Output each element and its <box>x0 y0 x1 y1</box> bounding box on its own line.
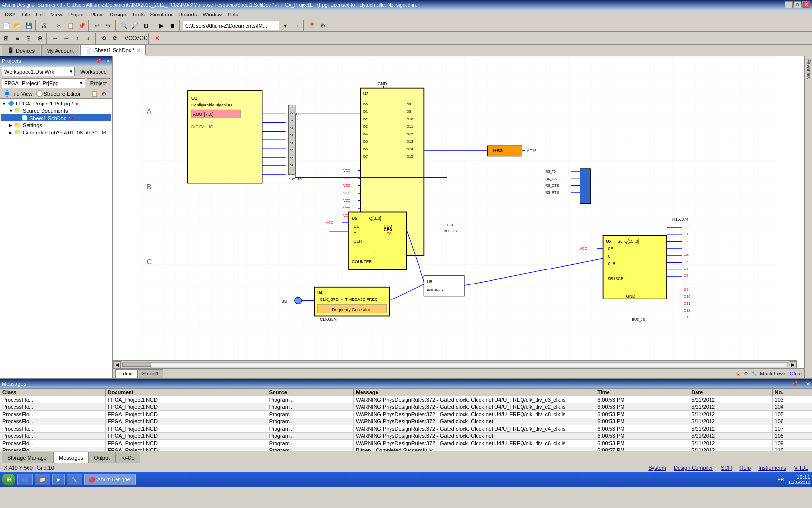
close-button[interactable]: ✕ <box>802 1 810 8</box>
tb2-b9[interactable]: ⟲ <box>99 33 109 44</box>
menu-tools[interactable]: Tools <box>129 11 147 18</box>
table-row[interactable]: ProcessFlo... FPGA_Project1.NCD Program.… <box>0 433 812 440</box>
tb2-b10[interactable]: ⟳ <box>110 33 120 44</box>
btab-output[interactable]: Output <box>88 452 115 463</box>
table-row[interactable]: ProcessFlo... FPGA_Project1.NCD Program.… <box>0 440 812 447</box>
tb-paste[interactable]: 📌 <box>76 20 87 31</box>
status-help[interactable]: Help <box>740 465 751 471</box>
minimize-button[interactable]: ─ <box>785 1 793 8</box>
menu-simulator[interactable]: Simulator <box>147 11 175 18</box>
h-scrollbar-thumb[interactable] <box>122 363 151 367</box>
taskbar-app1[interactable]: 🔧 <box>67 474 82 485</box>
tb2-b12[interactable]: VCC <box>136 33 147 44</box>
messages-close[interactable]: ✕ <box>806 381 810 387</box>
tb2-b8[interactable]: ↓ <box>83 33 94 44</box>
table-row[interactable]: ProcessFlo... FPGA_Project1.NCD Program.… <box>0 447 812 451</box>
menu-reports[interactable]: Reports <box>175 11 200 18</box>
tb-zoom-in[interactable]: 🔍 <box>118 20 129 31</box>
tb2-b2[interactable]: ≡ <box>12 33 23 44</box>
menu-place[interactable]: Place <box>87 11 107 18</box>
taskbar-media[interactable]: ▶ <box>52 474 65 485</box>
table-row[interactable]: ProcessFlo... FPGA_Project1.NCD Program.… <box>0 403 812 411</box>
btab-messages[interactable]: Messages <box>54 452 88 463</box>
structure-editor-radio[interactable] <box>36 90 43 97</box>
tb-print[interactable]: 🖨 <box>39 20 49 31</box>
project-button[interactable]: Project <box>87 78 110 88</box>
tb2-b4[interactable]: ⊕ <box>34 33 45 44</box>
tb2-cross[interactable]: ✕ <box>152 33 162 44</box>
table-row[interactable]: ProcessFlo... FPGA_Project1.NCD Program.… <box>0 396 812 403</box>
workspace-dropdown[interactable]: Workspace1.DsnWrk ▾ <box>2 67 75 76</box>
table-row[interactable]: ProcessFlo... FPGA_Project1.NCD Program.… <box>0 411 812 418</box>
tb2-b3[interactable]: ⊟ <box>23 33 34 44</box>
tb-new[interactable]: 📄 <box>1 20 12 31</box>
tb2-b5[interactable]: ← <box>50 33 60 44</box>
btab-todo[interactable]: To-Do <box>115 452 140 463</box>
view-btn2[interactable]: ⚙ <box>100 90 108 98</box>
panel-minimize[interactable]: ─ <box>102 59 105 64</box>
tb-open[interactable]: 📂 <box>12 20 23 31</box>
tb-copy[interactable]: 📋 <box>65 20 76 31</box>
favorites-label[interactable]: Favorites <box>806 59 811 79</box>
messages-minimize[interactable]: ─ <box>800 381 804 387</box>
taskbar-explorer[interactable]: 📁 <box>35 474 50 485</box>
tb-go[interactable]: → <box>291 20 302 31</box>
menu-view[interactable]: View <box>48 11 65 18</box>
tb-zoom-out[interactable]: 🔎 <box>130 20 140 31</box>
status-sch[interactable]: SCH <box>721 465 732 471</box>
tb-run[interactable]: ▶ <box>156 20 167 31</box>
table-row[interactable]: ProcessFlo... FPGA_Project1.NCD Program.… <box>0 425 812 433</box>
tree-source-docs[interactable]: ▼ 📁 Source Documents <box>1 107 111 114</box>
schematic-canvas[interactable]: A B C U1 Configurable Digital IO AOUT[7.… <box>113 56 804 368</box>
menu-window[interactable]: Window <box>200 11 225 18</box>
file-view-radio[interactable] <box>4 90 10 97</box>
editor-tab-editor[interactable]: Editor <box>115 369 138 378</box>
tb-save[interactable]: 💾 <box>23 20 34 31</box>
menu-help[interactable]: Help <box>225 11 242 18</box>
btab-storage[interactable]: Storage Manager <box>2 452 54 463</box>
tree-generated[interactable]: ▶ 📁 Generated [nb2dsk01_08_db30_06 <box>1 129 111 136</box>
tab-sheet1-close[interactable]: ✕ <box>137 48 141 53</box>
status-vhdl[interactable]: VHDL <box>794 465 808 471</box>
table-row[interactable]: ProcessFlo... FPGA_Project1.NCD Program.… <box>0 418 812 425</box>
panel-close[interactable]: ✕ <box>106 59 110 64</box>
tb2-b11[interactable]: VCC <box>125 33 136 44</box>
editor-tab-sheet1[interactable]: Sheet1 <box>138 369 163 378</box>
tb2-b6[interactable]: → <box>61 33 72 44</box>
menu-project[interactable]: Project <box>65 11 87 18</box>
clear-button[interactable]: Clear <box>790 371 802 376</box>
menu-design[interactable]: Design <box>107 11 129 18</box>
tab-my-account[interactable]: My Account <box>41 45 79 56</box>
tree-settings[interactable]: ▶ 📁 Settings <box>1 121 111 129</box>
tb-zoom-fit[interactable]: ⊡ <box>141 20 151 31</box>
tb-cut[interactable]: ✂ <box>54 20 65 31</box>
tb2-b7[interactable]: ↑ <box>72 33 83 44</box>
menu-dxp[interactable]: DXP <box>2 11 19 18</box>
tb-redo[interactable]: ↪ <box>103 20 114 31</box>
status-system[interactable]: System <box>648 465 666 471</box>
menu-edit[interactable]: Edit <box>33 11 48 18</box>
tab-sheet1[interactable]: 📄 Sheet1.SchDoc * ✕ <box>80 45 146 56</box>
status-design-compiler[interactable]: Design Compiler <box>674 465 713 471</box>
project-dropdown[interactable]: FPGA_Project1.PrjFpg ▾ <box>2 78 85 88</box>
status-instruments[interactable]: Instruments <box>758 465 786 471</box>
tb2-b1[interactable]: ⊞ <box>1 33 12 44</box>
tb-pin[interactable]: 📍 <box>306 20 317 31</box>
tb-browse[interactable]: ▾ <box>280 20 290 31</box>
scroll-right[interactable]: ▶ <box>789 361 797 368</box>
workspace-button[interactable]: Workspace <box>77 67 110 76</box>
tree-root[interactable]: ▼ 🔷 FPGA_Project1.PrjFpg * ● <box>1 100 111 107</box>
maximize-button[interactable]: □ <box>794 1 801 8</box>
messages-pin[interactable]: 📌 <box>791 381 798 387</box>
panel-pin[interactable]: 📌 <box>95 59 101 64</box>
tab-devices[interactable]: 📱 Devices <box>2 45 40 56</box>
taskbar-ie[interactable]: 🌐 <box>17 474 33 485</box>
menu-file[interactable]: File <box>19 11 33 18</box>
tb-settings[interactable]: ⚙ <box>318 20 328 31</box>
scroll-left[interactable]: ◀ <box>113 361 121 368</box>
start-button[interactable]: ⊞ <box>2 473 15 486</box>
view-btn1[interactable]: 📋 <box>90 90 99 98</box>
tb-undo[interactable]: ↩ <box>92 20 102 31</box>
structure-editor-option[interactable]: Structure Editor <box>36 90 80 97</box>
file-view-option[interactable]: File View <box>4 90 32 97</box>
